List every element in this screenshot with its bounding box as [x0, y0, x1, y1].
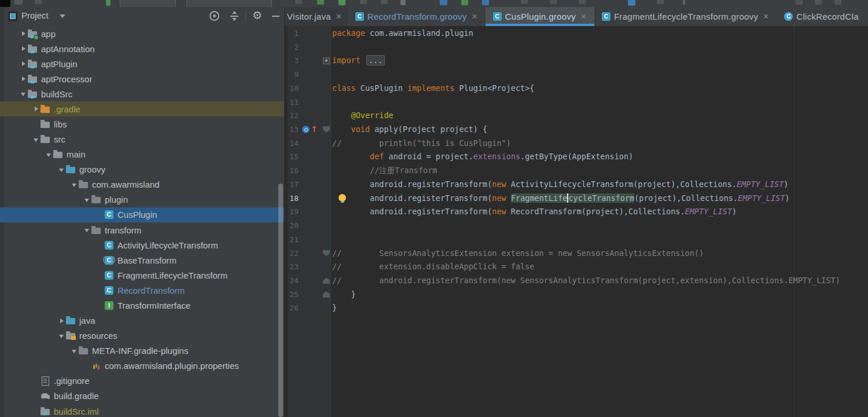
tree-scrollbar[interactable] — [278, 184, 283, 417]
tree-item-label: FragmentLifecycleTransform — [117, 270, 227, 280]
tree-item-src[interactable]: src — [0, 132, 284, 147]
code-line[interactable]: 12 @Override — [285, 109, 868, 123]
chevron-down-icon[interactable] — [60, 14, 65, 18]
expand-arrow[interactable] — [58, 317, 66, 325]
tree-item-cusplugin[interactable]: CCusPlugin — [0, 207, 284, 222]
fold-marker-icon[interactable] — [323, 291, 330, 298]
code-line[interactable]: 1package com.awarmisland.plugin — [285, 27, 868, 41]
code-line[interactable]: 9 — [285, 68, 868, 82]
expand-arrow[interactable] — [20, 75, 28, 83]
overrides-method-icon[interactable] — [302, 126, 310, 133]
tab-cusplugin-groovy[interactable]: CCusPlugin.groovy✕ — [486, 7, 594, 26]
tree-item-aptplugin[interactable]: aptPlugin — [0, 56, 284, 71]
close-icon[interactable]: ✕ — [763, 13, 769, 20]
close-icon[interactable]: ✕ — [336, 13, 342, 20]
tree-item-com-awarmisland-plugin-properties[interactable]: com.awarmisland.plugin.properties — [0, 359, 284, 374]
tree-item-aptprocessor[interactable]: aptProcessor — [0, 71, 284, 86]
tree-item-build-gradle[interactable]: build.gradle — [0, 389, 284, 404]
tree-item--gitignore[interactable]: .gitignore — [0, 374, 284, 389]
tree-item-aptannotation[interactable]: aptAnnotation — [0, 41, 284, 56]
code-line[interactable]: 24// android.registerTransform(new Senso… — [285, 274, 868, 288]
expand-arrow[interactable] — [83, 226, 91, 234]
line-number: 11 — [286, 96, 299, 109]
fold-marker-icon[interactable]: + — [323, 57, 330, 64]
tree-item-transforminterface[interactable]: ITransformInterface — [0, 298, 284, 313]
tab-label: FragmentLifecycleTransform.groovy — [614, 12, 758, 21]
settings-gear-icon[interactable]: ⚙ — [252, 9, 262, 22]
tree-item-activitylifecycletransform[interactable]: CActivityLifecycleTransform — [0, 237, 284, 253]
code-line[interactable]: 22// SensorsAnalyticsExtension extension… — [285, 247, 868, 261]
expand-arrow[interactable] — [83, 196, 91, 204]
project-view-icon — [8, 12, 17, 21]
tree-item-groovy[interactable]: groovy — [0, 162, 284, 177]
code-line[interactable]: 19 android.registerTransform(new RecordT… — [285, 205, 868, 219]
tree-item--gradle[interactable]: .gradle — [0, 101, 284, 116]
tab-recordtransform-groovy[interactable]: CRecordTransform.groovy✕ — [348, 7, 486, 26]
code-line[interactable]: 10class CusPlugin implements Plugin<Proj… — [285, 82, 868, 96]
tree-item-app[interactable]: app — [0, 26, 284, 41]
tree-item-meta-inf-gradle-plugins[interactable]: META-INF.gradle-plugins — [0, 343, 284, 359]
expand-arrow[interactable] — [32, 136, 41, 144]
hide-panel-icon[interactable] — [272, 16, 279, 17]
tree-item-fragmentlifecycletransform[interactable]: CFragmentLifecycleTransform — [0, 268, 284, 283]
expand-arrow[interactable] — [32, 105, 41, 113]
tab-clickrecordcla[interactable]: CClickRecordCla — [777, 7, 866, 26]
expand-arrow[interactable] — [71, 181, 79, 189]
code-line[interactable]: 16 //注册Transform — [285, 164, 868, 178]
expand-arrow[interactable] — [20, 30, 28, 38]
code-line[interactable]: 26} — [285, 301, 868, 315]
code-line[interactable]: 21 — [285, 233, 868, 247]
iml-folder-icon — [41, 407, 51, 416]
toolbar-icon-fragment — [14, 0, 23, 5]
tree-item-libs[interactable]: libs — [0, 116, 284, 131]
code-text: def android = project.extensions.getByTy… — [332, 150, 633, 164]
expand-arrow[interactable] — [58, 332, 66, 340]
close-icon[interactable]: ✕ — [580, 13, 587, 20]
tree-item-java[interactable]: java — [0, 313, 284, 328]
code-line[interactable]: 3+import ... — [285, 54, 868, 68]
collapse-all-icon[interactable] — [230, 11, 239, 21]
tree-item-label: com.awarmisland.plugin.properties — [105, 361, 239, 371]
project-panel-title[interactable]: Project — [21, 10, 49, 20]
expand-arrow[interactable] — [71, 347, 79, 355]
tab-fragmentlifecycletransform-groovy[interactable]: CFragmentLifecycleTransform.groovy✕ — [594, 7, 777, 26]
tree-item-plugin[interactable]: plugin — [0, 192, 284, 207]
code-line[interactable]: 25 } — [285, 288, 868, 302]
expand-arrow[interactable] — [20, 45, 28, 53]
groovy-class-icon: C — [104, 270, 115, 280]
code-line[interactable]: 14// println("this is CusPlugin") — [285, 137, 868, 151]
locate-icon[interactable] — [209, 11, 219, 21]
line-number: 3 — [286, 54, 299, 68]
code-line[interactable]: 20 — [285, 219, 868, 233]
tree-item-com-awarmisland[interactable]: com.awarmisland — [0, 177, 284, 192]
tree-item-basetransform[interactable]: C()BaseTransform — [0, 253, 284, 268]
expand-arrow[interactable] — [20, 60, 28, 68]
fold-marker-icon[interactable] — [323, 250, 330, 257]
close-icon[interactable]: ✕ — [472, 13, 478, 20]
expand-arrow[interactable] — [58, 166, 66, 174]
tree-item-main[interactable]: main — [0, 147, 284, 162]
tree-item-buildsrc[interactable]: buildSrc — [0, 86, 284, 101]
fold-marker-icon[interactable] — [323, 277, 330, 284]
tree-item-transform[interactable]: transform — [0, 222, 284, 237]
toolbar-combo-fragment — [120, 0, 176, 7]
expand-arrow[interactable] — [45, 151, 53, 159]
code-line[interactable]: 23// extension.disableAppClick = false — [285, 260, 868, 274]
fold-marker-icon[interactable] — [323, 126, 330, 133]
expand-arrow[interactable] — [20, 90, 28, 98]
tab-label: RecordTransform.groovy — [367, 12, 467, 21]
folder-icon — [41, 134, 51, 144]
tab-label: ClickRecordCla — [796, 12, 859, 21]
code-line[interactable]: 15 def android = project.extensions.getB… — [285, 150, 868, 164]
code-line[interactable]: 2 — [285, 41, 868, 54]
tab-visitor-java[interactable]: Visitor.java✕ — [285, 7, 348, 26]
tree-item-label: groovy — [79, 164, 105, 174]
tree-item-buildsrc-iml[interactable]: buildSrc.iml — [0, 404, 284, 417]
tree-item-resources[interactable]: resources — [0, 328, 284, 343]
code-text: } — [332, 288, 356, 302]
code-line[interactable]: 17 android.registerTransform(new Activit… — [285, 178, 868, 192]
code-line[interactable]: 11 — [285, 96, 868, 109]
code-line[interactable]: 13↑ void apply(Project project) { — [285, 123, 868, 137]
tree-item-recordtransform[interactable]: CRecordTransform — [0, 283, 284, 298]
code-line[interactable]: 18 android.registerTransform(new Fragmen… — [285, 192, 868, 206]
